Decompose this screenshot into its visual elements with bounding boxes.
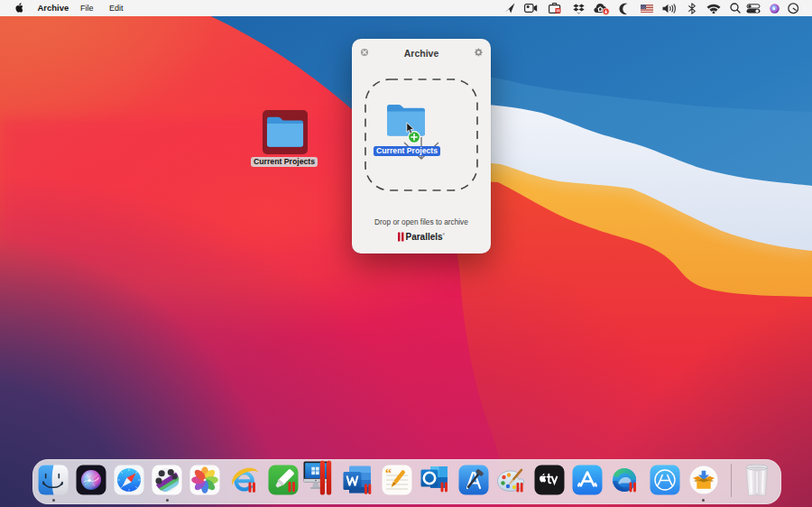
svg-text:®: ® — [443, 233, 446, 236]
svg-text:“: “ — [385, 466, 392, 480]
svg-text:Parallels: Parallels — [406, 232, 444, 242]
